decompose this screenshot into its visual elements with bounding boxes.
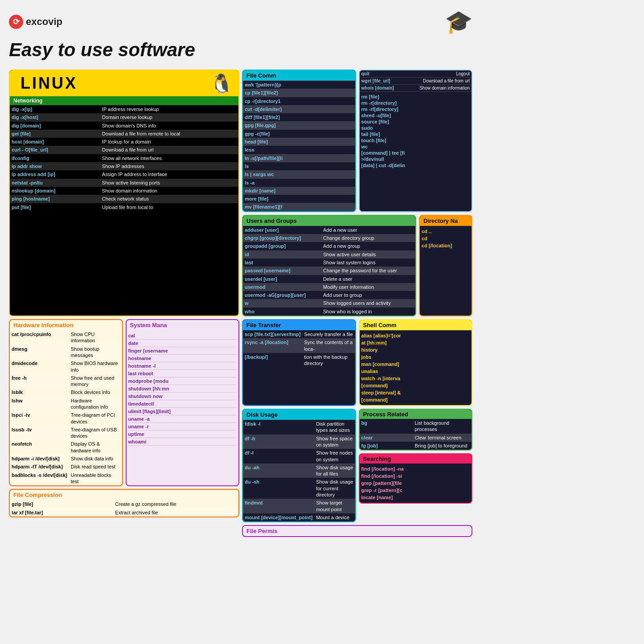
table-row: hdparm -i /dev/[disk]Show disk data info bbox=[10, 455, 122, 463]
table-row: gpg -c[file] bbox=[243, 130, 355, 138]
table-row: chgrp [group][directory]Change directory… bbox=[243, 234, 415, 242]
shell-command: history bbox=[361, 346, 470, 353]
quit-row: wget [file_url]Download a file from url bbox=[360, 78, 472, 85]
search-command: find [/location] -na bbox=[361, 465, 470, 472]
networking-table: dig -x[ip]IP address reverse lookupdig -… bbox=[10, 105, 238, 211]
process-related-header: Process Related bbox=[360, 410, 472, 419]
table-row: ping [hostname]Check network status bbox=[10, 195, 238, 203]
system-mgmt-header: System Mana bbox=[127, 320, 239, 330]
rm-command: tail [file] bbox=[361, 131, 470, 137]
rm-command: [data] | cut -d[delin bbox=[361, 162, 470, 168]
table-row: usermod -aG[group][user]Add user to grou… bbox=[243, 291, 415, 299]
table-row: userdel [user]Delete a user bbox=[243, 275, 415, 283]
shell-command: watch -n [interva bbox=[361, 375, 470, 382]
table-row: less bbox=[243, 146, 355, 154]
table-row: ip address add [ip]Assign IP address to … bbox=[10, 170, 238, 178]
rm-command: [command] | tee [fi bbox=[361, 150, 470, 156]
table-row: neofetchDisplay OS & hardware info bbox=[10, 440, 122, 455]
page-header: ⟳ excovip 🎓 bbox=[9, 9, 472, 35]
table-row: cp [file1][file2] bbox=[243, 89, 355, 97]
table-row: df -lShow free nodes on system bbox=[243, 449, 355, 464]
system-command: modprobe [modu bbox=[128, 377, 237, 385]
table-row: usermodModify user information bbox=[243, 283, 415, 291]
shell-command: [command] bbox=[361, 382, 470, 389]
compression-table: gzip [file]Create a gz compressed fileta… bbox=[10, 500, 238, 517]
shell-commands-card: Shell Comm alias [alias]='[corat [hh:mm]… bbox=[359, 319, 473, 406]
linux-title: LINUX bbox=[15, 72, 83, 94]
table-row: clearClear terminal screen bbox=[360, 434, 472, 442]
search-command: grep -r [pattern][c bbox=[361, 487, 470, 494]
table-row: cp -r[directory1 bbox=[243, 97, 355, 105]
shell-command: unalias bbox=[361, 368, 470, 375]
system-mgmt-card: System Mana caldatefinger [usernamehostn… bbox=[126, 319, 240, 486]
system-command: finger [username bbox=[128, 347, 237, 355]
networking-header: Networking bbox=[10, 96, 238, 105]
table-row: free -hShow free and used memory bbox=[10, 374, 122, 389]
shell-command: man [command] bbox=[361, 361, 470, 368]
table-row: awk '[pattern]{p bbox=[243, 81, 355, 89]
table-row: adduser [user]Add a new user bbox=[243, 226, 415, 234]
search-command: find [/location] -si bbox=[361, 472, 470, 480]
graduation-cap-icon: 🎓 bbox=[445, 9, 472, 35]
disk-usage-header: Disk Usage bbox=[243, 410, 355, 420]
hardware-card: Hardware Information cat /proc/cpuinfoSh… bbox=[9, 319, 123, 486]
table-row: badblocks -s /dev/[disk]Unreadable block… bbox=[10, 471, 122, 486]
table-row: ip addr showShow IP addresses bbox=[10, 162, 238, 170]
rm-command: source [file] bbox=[361, 119, 470, 125]
directory-nav-card: Directory Na cd ..cdcd [/location] bbox=[419, 215, 472, 316]
searching-header: Searching bbox=[360, 454, 472, 464]
disk-usage-card: Disk Usage fdisk -lDisk partition types … bbox=[242, 409, 356, 522]
file-compression-header: File Compression bbox=[10, 490, 238, 500]
hardware-header: Hardware Information bbox=[10, 320, 122, 330]
file-commands-table: awk '[pattern]{pcp [file1][file2]cp -r[d… bbox=[243, 81, 355, 211]
hardware-table: cat /proc/cpuinfoShow CPU informationdme… bbox=[10, 330, 122, 485]
search-command: locate [name] bbox=[361, 494, 470, 501]
table-row: du -shShow disk usage for current direct… bbox=[243, 478, 355, 499]
table-row: dmidecodeShow BIOS hardware info bbox=[10, 359, 122, 374]
table-row: fdisk -lDisk partition types and sizes bbox=[243, 420, 355, 435]
rm-command: >/dev/null bbox=[361, 156, 470, 162]
table-row: ifconfigShow all network interfaces bbox=[10, 154, 238, 162]
system-command: date bbox=[128, 340, 237, 347]
table-row: get [file]Download a file from remote to… bbox=[10, 130, 238, 138]
system-command: whoami bbox=[128, 438, 237, 446]
table-row: ls | xargs wc bbox=[243, 170, 355, 178]
table-row: bgList background processes bbox=[360, 419, 472, 434]
table-row: lsusb -tvTree-diagram of USB devices bbox=[10, 426, 122, 440]
quit-row: quitLogout bbox=[360, 70, 472, 78]
rm-command: wc bbox=[361, 144, 470, 150]
rm-command: rm [file] bbox=[361, 94, 470, 100]
table-row: [/backup/]tion with the backup directory bbox=[243, 353, 355, 368]
table-row: df -hShow free space on system bbox=[243, 435, 355, 449]
table-row: groupadd [group]Add a new group bbox=[243, 242, 415, 250]
system-command: uptime bbox=[128, 431, 237, 438]
file-transfer-table: scp [file.txt][server/tmp]Securely trans… bbox=[243, 330, 355, 367]
table-row: ln -s[/path/file][li bbox=[243, 154, 355, 162]
table-row: cut -d[delimiter] bbox=[243, 105, 355, 113]
table-row: more [file] bbox=[243, 195, 355, 203]
file-permissions-header: File Permis bbox=[243, 526, 472, 536]
table-row: du -ahShow disk usage for all files bbox=[243, 464, 355, 478]
table-row: host [domain]IP lookup for a domain bbox=[10, 138, 238, 146]
table-row: put [file]Upload file from local to bbox=[10, 203, 238, 211]
system-command: uname -r bbox=[128, 423, 237, 431]
system-command: timedatectl bbox=[128, 400, 237, 408]
linux-card: LINUX 🐧 Networking dig -x[ip]IP address … bbox=[9, 70, 239, 316]
page-title: Easy to use software bbox=[9, 39, 472, 61]
table-row: diff [file1][file2] bbox=[243, 113, 355, 121]
shell-command: alias [alias]='[cor bbox=[361, 332, 470, 339]
system-command: cal bbox=[128, 332, 237, 340]
table-row: lastShow last system logins bbox=[243, 258, 415, 267]
shell-commands-header: Shell Comm bbox=[360, 320, 472, 330]
logo-icon: ⟳ bbox=[9, 15, 23, 29]
shell-command: sleep [interval] & bbox=[361, 389, 470, 396]
file-transfer-header: File Transfer bbox=[243, 320, 355, 330]
rm-command: shred -u[file] bbox=[361, 112, 470, 119]
table-row: cat /proc/cpuinfoShow CPU information bbox=[10, 330, 122, 345]
tux-mascot: 🐧 bbox=[210, 73, 233, 94]
table-row: mount [device][mount_point]Mount a devic… bbox=[243, 513, 355, 521]
shell-command: jobs bbox=[361, 353, 470, 361]
quit-row: whois [domain]Show domain information bbox=[360, 85, 472, 92]
table-row: gpg [file.gpg] bbox=[243, 121, 355, 129]
directory-nav-header: Directory Na bbox=[420, 216, 472, 226]
